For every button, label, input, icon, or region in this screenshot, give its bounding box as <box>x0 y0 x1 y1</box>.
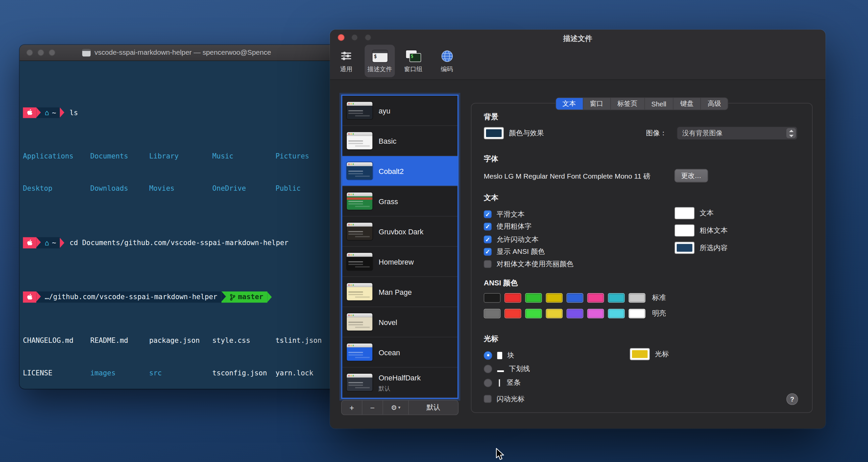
profile-item-ocean[interactable]: Ocean <box>342 337 458 368</box>
profile-thumbnail <box>347 374 373 391</box>
ansi-color-swatch[interactable] <box>525 293 542 303</box>
checkbox-display-ansi-colors[interactable]: 显示 ANSI 颜色 <box>484 245 545 258</box>
thumbnail-window-dots-icon <box>348 103 350 104</box>
checkbox-antialias-text[interactable]: 平滑文本 <box>484 208 525 221</box>
tab-advanced[interactable]: 高级 <box>701 98 728 110</box>
cursor-block-icon <box>497 351 502 359</box>
help-button[interactable]: ? <box>786 393 798 405</box>
profile-name: Grass <box>379 197 398 206</box>
profile-list-footer: + − ⚙▾ 默认 <box>341 400 459 415</box>
checkbox-bright-bold-colors[interactable]: 对粗体文本使用亮丽颜色 <box>484 257 573 271</box>
close-button[interactable] <box>26 49 33 56</box>
profile-item-ayu[interactable]: ayu <box>342 96 458 126</box>
toolbar-window-groups[interactable]: $ 窗口组 <box>398 45 428 77</box>
profile-settings-panel: 文本 窗口 标签页 Shell 键盘 高级 背景 颜色与效果 图像： 没有 <box>471 103 813 413</box>
tab-window[interactable]: 窗口 <box>583 98 611 110</box>
powerline-separator <box>36 292 41 303</box>
ansi-bright-row: 明亮 <box>484 309 666 318</box>
ansi-color-swatch[interactable] <box>546 309 563 318</box>
background-color-well[interactable] <box>484 127 504 139</box>
profile-list: ayu Basic Cobalt2 Grass Gruvbox Dark <box>341 95 459 399</box>
background-image-dropdown[interactable]: 没有背景图像 <box>677 127 798 140</box>
thumbnail-window-dots-icon <box>348 224 350 225</box>
thumbnail-window-dots-icon <box>348 254 350 255</box>
ansi-color-swatch[interactable] <box>546 293 563 303</box>
checkbox-icon <box>484 260 491 268</box>
ansi-color-swatch[interactable] <box>484 309 500 318</box>
thumbnail-window-dots-icon <box>348 133 350 135</box>
ansi-color-swatch[interactable] <box>608 309 625 318</box>
ansi-normal-row: 标准 <box>484 293 666 303</box>
ansi-color-swatch[interactable] <box>587 309 604 318</box>
checkbox-allow-blinking-text[interactable]: 允许闪动文本 <box>484 233 538 246</box>
bold-text-color-well[interactable]: 粗体文本 <box>674 224 727 237</box>
ansi-color-swatch[interactable] <box>566 309 583 318</box>
thumbnail-window-dots-icon <box>348 375 350 376</box>
ansi-color-swatch[interactable] <box>587 293 604 303</box>
profile-actions-button[interactable]: ⚙▾ <box>383 401 409 415</box>
set-default-button[interactable]: 默认 <box>409 401 458 415</box>
ansi-color-swatch[interactable] <box>629 293 646 303</box>
zoom-button[interactable] <box>49 49 55 56</box>
checkbox-use-bold-fonts[interactable]: 使用粗体字 <box>484 220 531 233</box>
tab-shell[interactable]: Shell <box>645 98 674 110</box>
cursor-color-well[interactable]: 光标 <box>630 347 669 361</box>
selection-color-well[interactable]: 所选内容 <box>674 241 727 254</box>
cursor-underline-radio[interactable]: 下划线 <box>484 362 530 375</box>
remove-profile-button[interactable]: − <box>363 401 383 415</box>
profile-item-onehalfdark[interactable]: OneHalfDark默认 <box>342 368 458 398</box>
tab-tab[interactable]: 标签页 <box>611 98 645 110</box>
checkbox-blink-cursor[interactable]: 闪动光标 <box>484 392 525 406</box>
profile-name: ayu <box>379 106 391 115</box>
home-icon: ⌂ <box>44 239 49 247</box>
profile-item-grass[interactable]: Grass <box>342 186 458 217</box>
thumbnail-window-dots-icon <box>348 315 350 316</box>
default-badge: 默认 <box>379 385 391 392</box>
prompt-path: ~ <box>52 237 56 248</box>
dropdown-stepper-icon <box>786 128 796 138</box>
profile-item-homebrew[interactable]: Homebrew <box>342 247 458 277</box>
background-image-label: 图像： <box>646 128 666 138</box>
profile-item-basic[interactable]: Basic <box>342 126 458 156</box>
window-title: 描述文件 <box>330 34 825 44</box>
profile-thumbnail <box>347 223 373 240</box>
profile-item-cobalt2[interactable]: Cobalt2 <box>342 156 458 186</box>
ansi-color-swatch[interactable] <box>566 293 583 303</box>
settings-tabs: 文本 窗口 标签页 Shell 键盘 高级 <box>555 97 728 110</box>
checkbox-icon <box>484 395 491 403</box>
toolbar-label: 窗口组 <box>404 65 423 73</box>
prompt-segment <box>23 237 36 248</box>
toolbar-encodings[interactable]: 编码 <box>432 45 462 77</box>
checkbox-icon <box>484 248 491 255</box>
terminal-proxy-icon <box>82 49 91 56</box>
text-color-well[interactable]: 文本 <box>674 207 714 220</box>
profile-item-gruvbox-dark[interactable]: Gruvbox Dark <box>342 217 458 247</box>
prompt-segment <box>23 107 36 118</box>
ansi-color-swatch[interactable] <box>629 309 646 318</box>
ls-output: yarn.lock <box>276 368 313 378</box>
ls-output: Desktop Downloads Movies OneDrive Public <box>23 183 301 194</box>
profile-thumbnail <box>347 192 373 210</box>
profile-item-man-page[interactable]: Man Page <box>342 277 458 307</box>
toolbar-profiles[interactable]: $ 描述文件 <box>365 45 395 77</box>
tab-text[interactable]: 文本 <box>556 98 583 110</box>
profile-item-novel[interactable]: Novel <box>342 307 458 337</box>
ansi-color-swatch[interactable] <box>525 309 542 318</box>
ansi-color-swatch[interactable] <box>484 293 500 303</box>
preferences-titlebar[interactable]: 描述文件 通用 $ 描述文件 $ 窗口组 编码 <box>330 30 825 80</box>
section-cursor-heading: 光标 <box>484 334 498 344</box>
tab-keyboard[interactable]: 键盘 <box>674 98 701 110</box>
toolbar-general[interactable]: 通用 <box>331 45 361 77</box>
ansi-color-swatch[interactable] <box>504 293 521 303</box>
cursor-vertical-bar-radio[interactable]: 竖条 <box>484 376 521 390</box>
powerline-separator <box>36 107 41 118</box>
ls-output: CHANGELOG.md README.md package.json styl… <box>23 335 321 346</box>
ansi-color-swatch[interactable] <box>504 309 521 318</box>
minimize-button[interactable] <box>38 49 44 56</box>
ansi-color-swatch[interactable] <box>608 293 625 303</box>
profile-thumbnail <box>347 343 373 361</box>
git-branch-icon <box>229 294 235 301</box>
cursor-block-radio[interactable]: 块 <box>484 348 514 362</box>
change-font-button[interactable]: 更改… <box>674 169 708 182</box>
add-profile-button[interactable]: + <box>342 401 363 415</box>
